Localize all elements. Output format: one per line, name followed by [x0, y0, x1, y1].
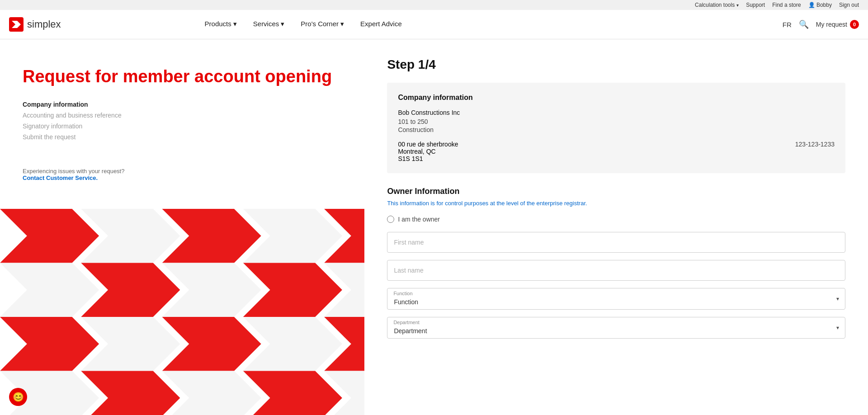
- step-nav-submit: Submit the request: [23, 133, 342, 141]
- chevron-down-icon: ▾: [281, 20, 284, 28]
- chevron-down-icon: ▾: [736, 3, 739, 8]
- last-name-input[interactable]: [387, 260, 845, 281]
- svg-marker-12: [0, 317, 99, 371]
- step-nav-company: Company information: [23, 101, 342, 108]
- sign-out-link[interactable]: Sign out: [839, 2, 859, 8]
- company-street: 00 rue de sherbrooke: [398, 141, 458, 148]
- owner-section: Owner Information This information is fo…: [387, 187, 845, 339]
- chevrons-background: [0, 209, 364, 415]
- nav-services[interactable]: Services ▾: [245, 10, 293, 39]
- company-size: 101 to 250: [398, 118, 835, 125]
- step-navigation: Company information Accounting and busin…: [23, 101, 342, 141]
- department-select-wrapper: Department Department ▾: [387, 317, 845, 339]
- function-select[interactable]: Function: [387, 288, 845, 310]
- page-title: Request for member account opening: [23, 66, 342, 87]
- company-name: Bob Constructions Inc: [398, 109, 835, 116]
- company-address: 00 rue de sherbrooke Montreal, QC S1S 1S…: [398, 141, 458, 162]
- page-content: Request for member account opening Compa…: [0, 39, 868, 415]
- left-panel: Request for member account opening Compa…: [0, 39, 364, 415]
- first-name-field: [387, 232, 845, 253]
- company-industry: Construction: [398, 126, 835, 133]
- logo[interactable]: simplex: [9, 17, 61, 32]
- nav-links: Products ▾ Services ▾ Pro's Corner ▾ Exp…: [197, 10, 410, 39]
- svg-marker-20: [243, 371, 342, 415]
- calculation-tools-label: Calculation tools: [695, 2, 735, 8]
- owner-radio-label: I am the owner: [398, 216, 440, 223]
- user-icon: 👤: [808, 2, 815, 8]
- company-card-title: Company information: [398, 94, 835, 102]
- owner-section-title: Owner Information: [387, 187, 845, 196]
- company-address-row: 00 rue de sherbrooke Montreal, QC S1S 1S…: [398, 141, 835, 162]
- utility-bar: Calculation tools ▾ Support Find a store…: [0, 0, 868, 10]
- owner-radio-input[interactable]: [387, 216, 394, 223]
- company-info-card: Company information Bob Constructions In…: [387, 83, 845, 173]
- my-request-button[interactable]: My request 0: [816, 20, 859, 29]
- owner-radio-option: I am the owner: [387, 216, 845, 223]
- request-count-badge: 0: [850, 20, 859, 29]
- svg-marker-2: [0, 209, 99, 263]
- find-store-link[interactable]: Find a store: [772, 2, 801, 8]
- right-panel: Step 1/4 Company information Bob Constru…: [364, 39, 868, 415]
- first-name-input[interactable]: [387, 232, 845, 253]
- svg-marker-19: [162, 371, 261, 415]
- nav-pros-corner[interactable]: Pro's Corner ▾: [292, 10, 352, 39]
- chatbot-icon: 😊: [13, 391, 24, 402]
- chevron-down-icon: ▾: [340, 20, 344, 28]
- logo-text: simplex: [27, 19, 61, 30]
- company-phone: 123-123-1233: [795, 141, 835, 162]
- company-city: Montreal, QC: [398, 148, 458, 155]
- issue-section: Experiencing issues with your request? C…: [23, 168, 342, 181]
- simplex-logo-icon: [9, 17, 24, 32]
- calculation-tools[interactable]: Calculation tools ▾: [695, 2, 739, 8]
- chevron-down-icon: ▾: [233, 20, 237, 28]
- svg-marker-18: [81, 371, 180, 415]
- department-label: Department: [393, 320, 419, 325]
- function-select-wrapper: Function Function ▾: [387, 288, 845, 310]
- step-nav-signatory: Signatory information: [23, 123, 342, 130]
- function-label: Function: [393, 291, 412, 296]
- nav-products[interactable]: Products ▾: [197, 10, 245, 39]
- step-nav-accounting: Accounting and business reference: [23, 112, 342, 119]
- chatbot-button[interactable]: 😊: [9, 388, 27, 406]
- contact-link[interactable]: Contact Customer Service.: [23, 174, 98, 181]
- search-icon[interactable]: 🔍: [799, 19, 809, 29]
- language-toggle[interactable]: FR: [783, 21, 792, 28]
- nav-expert-advice[interactable]: Expert Advice: [352, 10, 410, 39]
- user-name: 👤 Bobby: [808, 2, 832, 8]
- step-title: Step 1/4: [387, 57, 845, 72]
- last-name-field: [387, 260, 845, 281]
- company-postal: S1S 1S1: [398, 155, 458, 162]
- support-link[interactable]: Support: [746, 2, 765, 8]
- owner-section-subtitle: This information is for control purposes…: [387, 200, 845, 207]
- main-nav: simplex Products ▾ Services ▾ Pro's Corn…: [0, 10, 868, 39]
- department-select[interactable]: Department: [387, 317, 845, 339]
- chevrons-svg: [0, 209, 364, 415]
- nav-actions: FR 🔍 My request 0: [783, 19, 859, 29]
- issue-text: Experiencing issues with your request?: [23, 168, 342, 174]
- svg-marker-7: [0, 263, 99, 317]
